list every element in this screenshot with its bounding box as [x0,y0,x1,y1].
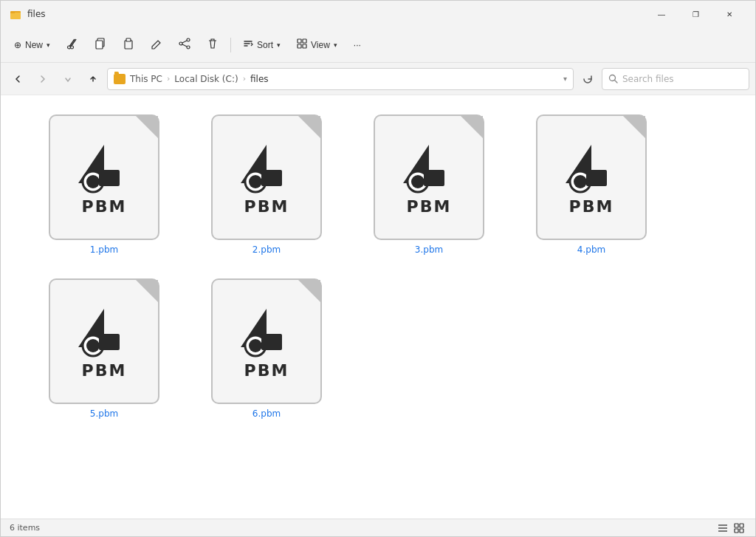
toolbar: ⊕ New ▾ Sort ▾ [1,27,755,63]
file-type-label: PBM [244,361,289,380]
svg-line-18 [615,81,617,83]
forward-button[interactable] [32,68,54,90]
file-name: 3.pbm [415,244,443,255]
svg-point-8 [187,38,190,41]
file-icon-corner [623,116,645,138]
file-icon: PBM [536,114,647,240]
search-icon [608,74,618,83]
pbm-graphic [71,139,137,194]
window-title: files [27,9,46,19]
svg-rect-16 [303,44,306,48]
file-type-label: PBM [244,197,289,216]
close-button[interactable]: ✕ [712,2,746,26]
file-icon: PBM [211,278,322,404]
svg-rect-34 [586,170,607,186]
share-button[interactable] [171,33,198,58]
list-view-button[interactable] [715,521,730,535]
status-view-buttons [715,521,746,535]
svg-rect-7 [126,38,131,41]
svg-rect-49 [740,529,743,533]
file-icon: PBM [49,114,159,240]
svg-line-11 [182,41,187,43]
svg-rect-6 [125,41,132,49]
file-type-label: PBM [82,197,127,216]
file-type-label: PBM [82,361,127,380]
toolbar-separator-1 [230,38,231,52]
file-item[interactable]: PBM 3.pbm [355,110,503,259]
up-button[interactable] [82,68,104,90]
file-item[interactable]: PBM 1.pbm [30,110,178,259]
svg-point-41 [249,339,262,352]
sort-icon [243,38,253,51]
status-item-count: 6 items [10,523,40,533]
file-item[interactable]: PBM 5.pbm [30,274,178,423]
pbm-graphic [233,139,300,194]
file-icon-corner [298,280,320,302]
copy-icon [94,38,106,52]
file-icon: PBM [49,278,159,404]
recent-button[interactable] [57,68,79,90]
back-button[interactable] [7,68,29,90]
minimize-button[interactable]: — [645,2,678,26]
svg-rect-14 [303,39,306,43]
svg-point-3 [71,46,74,49]
title-bar-left: files [10,8,46,20]
address-bar[interactable]: This PC › Local Disk (C:) › files ▾ [107,68,574,90]
refresh-button[interactable] [577,68,599,90]
svg-line-12 [182,44,187,47]
copy-button[interactable] [87,33,114,58]
file-item[interactable]: PBM 6.pbm [193,274,340,423]
svg-point-21 [86,175,100,188]
address-dropdown-icon[interactable]: ▾ [563,75,567,83]
svg-point-33 [574,175,587,188]
breadcrumb-localdisk: Local Disk (C:) [174,74,238,84]
more-button[interactable]: ··· [346,33,368,58]
folder-icon [114,74,126,84]
file-icon-corner [136,280,158,302]
paste-button[interactable] [115,33,142,58]
file-name: 1.pbm [90,244,118,255]
paste-icon [123,38,134,52]
breadcrumb-files: files [250,74,269,84]
delete-button[interactable] [199,33,226,58]
file-icon-corner [461,116,483,138]
svg-point-9 [179,42,182,45]
file-name: 2.pbm [252,244,281,255]
grid-view-button[interactable] [732,521,746,535]
svg-rect-15 [298,44,301,48]
file-item[interactable]: PBM 4.pbm [518,110,665,259]
svg-point-29 [411,175,425,188]
new-button[interactable]: ⊕ New ▾ [7,33,58,58]
title-bar-controls: — ❐ ✕ [645,2,746,26]
svg-rect-26 [261,170,282,186]
svg-rect-30 [424,170,444,186]
rename-icon [151,38,162,52]
sort-button[interactable]: Sort ▾ [236,33,288,58]
pbm-graphic [71,303,137,358]
cut-button[interactable] [59,33,86,58]
search-box[interactable]: Search files [602,68,749,90]
svg-rect-1 [10,12,15,13]
file-name: 4.pbm [577,244,605,255]
status-bar: 6 items [1,519,755,536]
file-type-label: PBM [407,197,452,216]
view-icon [297,38,307,51]
svg-rect-5 [96,41,103,49]
view-button[interactable]: View ▾ [289,33,345,58]
new-icon: ⊕ [14,40,21,50]
file-icon-corner [136,116,158,138]
file-area: PBM 1.pbm PBM 2.pbm [1,95,755,519]
file-item[interactable]: PBM 2.pbm [193,110,340,259]
window-icon [10,8,21,20]
cut-icon [66,38,78,52]
maximize-button[interactable]: ❐ [678,2,712,26]
svg-rect-13 [298,39,301,43]
new-chevron-icon: ▾ [47,41,50,49]
rename-button[interactable] [143,33,170,58]
sort-chevron-icon: ▾ [277,41,281,49]
svg-rect-42 [261,334,282,350]
svg-rect-38 [99,334,120,350]
file-icon: PBM [374,114,484,240]
file-name: 5.pbm [90,408,118,419]
svg-rect-22 [99,170,120,186]
